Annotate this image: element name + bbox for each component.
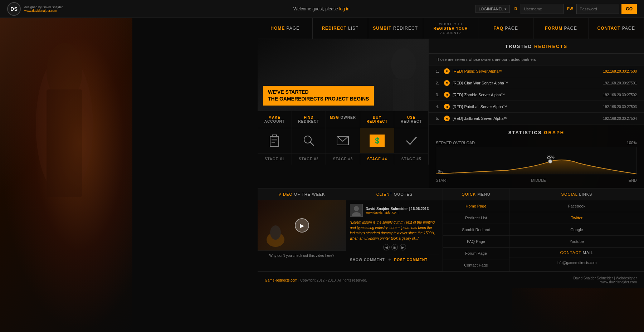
stats-middle-label: MIDDLE — [531, 178, 546, 182]
stats-title-highlight: GRAPH — [544, 130, 564, 135]
social-youtube[interactable]: Youtube — [509, 236, 644, 248]
quotes-col: CLIENT QUOTES David Snajder Schneider | … — [346, 189, 443, 271]
logo-url: www.davidsnajder.com — [24, 9, 63, 13]
footer-designer-url: www.davidsnajder.com — [573, 280, 637, 284]
nav-register-bottom: ACCOUNT? — [440, 31, 461, 35]
svg-point-21 — [354, 206, 359, 211]
stage-header-2: FIND REDIRECT — [292, 111, 326, 128]
contact-highlight: CONTACT — [560, 250, 581, 255]
social-twitter[interactable]: Twitter — [509, 212, 644, 224]
hero-line2: THE GAMEREDIRECTS PROJECT BEGINS — [268, 96, 369, 103]
nav-home[interactable]: HOME PAGE — [258, 18, 313, 39]
trusted-icon-3: R — [444, 92, 450, 98]
trusted-server-name-3: [RED] Zombie Server Alpha™ — [453, 93, 600, 97]
bottom-section: VIDEO OF THE WEEK ▶ Why don't you check … — [258, 188, 644, 271]
hero-section: WE'VE STARTED THE GAMEREDIRECTS PROJECT … — [258, 39, 429, 111]
quickmenu-redirect[interactable]: Redirect List — [443, 212, 509, 224]
trusted-server-name-5: [RED] Jailbreak Server Alpha™ — [453, 116, 600, 121]
username-input[interactable] — [521, 4, 564, 14]
stats-graph-area: 0% 25% — [436, 147, 637, 175]
social-normal: LINKS — [579, 192, 592, 196]
nav-contact-label: CONTACT PAGE — [597, 26, 635, 31]
quote-avatar — [350, 204, 363, 217]
stage-icon-2 — [292, 128, 326, 153]
quickmenu-forum[interactable]: Forum Page — [443, 248, 509, 259]
logo-text: designed by David Snajder www.davidsnajd… — [24, 5, 63, 13]
quickmenu-contact[interactable]: Contact Page — [443, 259, 509, 271]
svg-point-22 — [352, 212, 361, 216]
trusted-server-name-2: [RED] Clan War Server Alpha™ — [453, 81, 600, 85]
quote-next-btn[interactable]: ▶ — [400, 244, 406, 250]
trusted-server-ip-4: 192.168.20.30:27503 — [603, 105, 637, 109]
trusted-num-5: 5. — [436, 116, 441, 121]
social-facebook[interactable]: Facebook — [509, 200, 644, 212]
trusted-section: TRUSTED REDIRECTS Those are servers whos… — [429, 39, 644, 125]
quickmenu-col: QUICK MENU Home Page Redirect List Sumbi… — [443, 189, 509, 271]
trusted-icon-4: R — [444, 104, 450, 109]
nav-contact[interactable]: CONTACT PAGE — [589, 18, 644, 39]
post-comment-button[interactable]: POST COMMENT — [394, 258, 428, 262]
trusted-icon-2: R — [444, 80, 450, 86]
stats-start-label: START — [436, 178, 448, 182]
hero-line1: WE'VE STARTED — [268, 89, 369, 96]
quickmenu-faq[interactable]: FAQ Page — [443, 236, 509, 248]
two-col-layout: WE'VE STARTED THE GAMEREDIRECTS PROJECT … — [258, 39, 644, 188]
svg-text:25%: 25% — [547, 155, 555, 159]
social-header: SOCIAL LINKS — [509, 189, 644, 200]
play-button[interactable]: ▶ — [295, 218, 309, 233]
stages-header: MAKE ACCOUNT FIND REDIRECT MSG OWNER BUY… — [258, 111, 429, 128]
stats-end-label: END — [629, 178, 637, 182]
nav-forum[interactable]: FORUM PAGE — [533, 18, 589, 39]
trusted-item-2[interactable]: 2. R [RED] Clan War Server Alpha™ 192.16… — [429, 77, 644, 89]
nav-faq-label: FAQ PAGE — [494, 26, 518, 31]
svg-text:0%: 0% — [438, 170, 443, 174]
stage-header-1: MAKE ACCOUNT — [258, 111, 292, 128]
svg-line-14 — [310, 142, 314, 146]
login-panel-label: LOGINPANEL > — [475, 5, 510, 13]
nav-register[interactable]: WOULD YOU REGISTER YOUR ACCOUNT? — [423, 18, 478, 39]
trusted-server-name-1: [RED] Public Server Alpha™ — [453, 69, 600, 73]
stage-label-4: STAGE #4 — [360, 153, 395, 165]
quote-center-btn[interactable]: ◉ — [391, 244, 398, 250]
nav-submit[interactable]: SUMBIT REDIRECT — [368, 18, 423, 39]
search-icon — [303, 135, 315, 147]
social-highlight: SOCIAL — [561, 192, 578, 196]
nav-forum-label: FORUM PAGE — [545, 26, 577, 31]
social-google[interactable]: Google — [509, 224, 644, 236]
trusted-subtitle: Those are servers whose owners are our t… — [429, 54, 644, 65]
nav-faq[interactable]: FAQ PAGE — [478, 18, 533, 39]
trusted-server-name-4: [RED] Paintball Server Alpha™ — [453, 104, 600, 109]
quickmenu-home[interactable]: Home Page — [443, 200, 509, 212]
show-comment-button[interactable]: SHOW COMMENT — [350, 258, 385, 262]
nav-redirect[interactable]: REDIRECT LIST — [313, 18, 368, 39]
stage-header-4: BUY REDIRECT — [360, 111, 395, 128]
stage-icon-3 — [326, 128, 360, 153]
quickmenu-submit[interactable]: Sumbit Redirect — [443, 224, 509, 236]
trusted-num-3: 3. — [436, 93, 441, 97]
hero-image: WE'VE STARTED THE GAMEREDIRECTS PROJECT … — [258, 39, 429, 111]
go-button[interactable]: GO — [621, 4, 637, 14]
welcome-text: Welcome guest, please log in. — [293, 6, 351, 11]
stage-label-2: STAGE #2 — [292, 153, 326, 165]
trusted-item-4[interactable]: 4. R [RED] Paintball Server Alpha™ 192.1… — [429, 101, 644, 113]
bg-left — [0, 18, 132, 332]
max-percent-label: 100% — [627, 141, 637, 145]
trusted-item-1[interactable]: 1. R [RED] Public Server Alpha™ 192.168.… — [429, 65, 644, 77]
video-thumbnail[interactable]: ▶ — [258, 200, 346, 250]
login-area: LOGINPANEL > ID PW GO — [475, 4, 637, 14]
trusted-item-3[interactable]: 3. R [RED] Zombie Server Alpha™ 192.168.… — [429, 89, 644, 101]
trusted-item-5[interactable]: 5. R [RED] Jailbreak Server Alpha™ 192.1… — [429, 113, 644, 125]
social-col: SOCIAL LINKS Facebook Twitter Google You… — [509, 189, 644, 271]
login-link[interactable]: log in. — [339, 6, 351, 11]
quote-prev-btn[interactable]: ◀ — [383, 244, 390, 250]
stage-icon-1 — [258, 128, 292, 153]
id-label: ID — [512, 5, 518, 12]
stages-section: MAKE ACCOUNT FIND REDIRECT MSG OWNER BUY… — [258, 111, 429, 165]
logo-designed-label: designed by David Snajder — [24, 5, 63, 9]
nav-bar: HOME PAGE REDIRECT LIST SUMBIT REDIRECT … — [258, 18, 644, 39]
stats-graph-svg: 0% 25% — [436, 147, 636, 175]
trusted-server-ip-1: 192.168.20.30:27500 — [603, 69, 637, 73]
footer-right: David Snajder Schneider | Webdesigner ww… — [573, 276, 637, 284]
password-input[interactable] — [576, 4, 619, 14]
checkmark-icon — [405, 134, 418, 147]
